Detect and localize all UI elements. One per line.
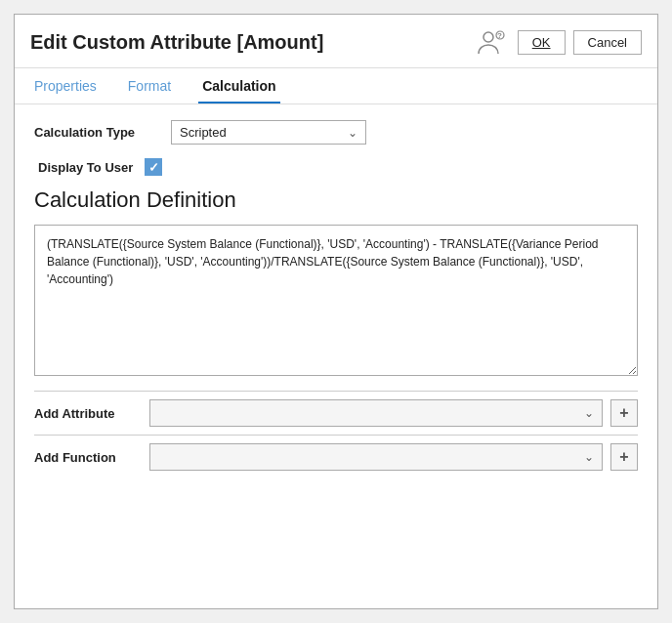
add-function-row: Add Function ⌄ +	[34, 435, 638, 478]
tabs-bar: Properties Format Calculation	[15, 68, 657, 104]
add-function-select[interactable]: ⌄	[149, 443, 603, 471]
add-attribute-button[interactable]: +	[610, 399, 638, 427]
calculation-definition-textarea[interactable]: (TRANSLATE({Source System Balance (Funct…	[34, 225, 638, 376]
add-function-plus-icon: +	[619, 448, 628, 466]
add-function-label: Add Function	[34, 450, 142, 465]
add-attribute-label: Add Attribute	[34, 406, 142, 421]
calc-type-chevron-icon: ⌄	[348, 126, 357, 140]
user-icon-button[interactable]: ?	[475, 26, 510, 58]
display-to-user-label: Display To User	[38, 160, 133, 175]
svg-point-0	[483, 32, 493, 42]
checkmark-icon: ✓	[148, 161, 159, 174]
add-attribute-plus-icon: +	[619, 404, 628, 422]
add-function-button[interactable]: +	[610, 443, 638, 471]
add-function-chevron-icon: ⌄	[584, 450, 594, 464]
dialog-header: Edit Custom Attribute [Amount] ? OK Canc…	[15, 15, 657, 68]
display-to-user-row: Display To User ✓	[34, 158, 638, 176]
calc-type-select[interactable]: Scripted ⌄	[171, 120, 366, 145]
tab-properties[interactable]: Properties	[30, 68, 101, 104]
calc-type-value: Scripted	[180, 125, 227, 140]
add-attribute-row: Add Attribute ⌄ +	[34, 391, 638, 435]
tab-format[interactable]: Format	[124, 68, 175, 104]
header-actions: ? OK Cancel	[475, 26, 642, 58]
display-to-user-checkbox[interactable]: ✓	[145, 158, 162, 176]
tab-calculation[interactable]: Calculation	[198, 68, 279, 104]
svg-text:?: ?	[497, 31, 502, 40]
code-area-wrapper: (TRANSLATE({Source System Balance (Funct…	[34, 225, 638, 379]
ok-button[interactable]: OK	[518, 30, 566, 55]
dialog-title: Edit Custom Attribute [Amount]	[30, 31, 323, 54]
cancel-button[interactable]: Cancel	[573, 30, 642, 55]
dialog-body: Calculation Type Scripted ⌄ Display To U…	[15, 104, 657, 608]
edit-custom-attribute-dialog: Edit Custom Attribute [Amount] ? OK Canc…	[14, 14, 658, 609]
calc-type-row: Calculation Type Scripted ⌄	[34, 120, 638, 145]
add-attribute-chevron-icon: ⌄	[584, 406, 594, 420]
add-attribute-select[interactable]: ⌄	[149, 399, 603, 427]
calc-type-label: Calculation Type	[34, 125, 171, 140]
section-title: Calculation Definition	[34, 187, 638, 213]
